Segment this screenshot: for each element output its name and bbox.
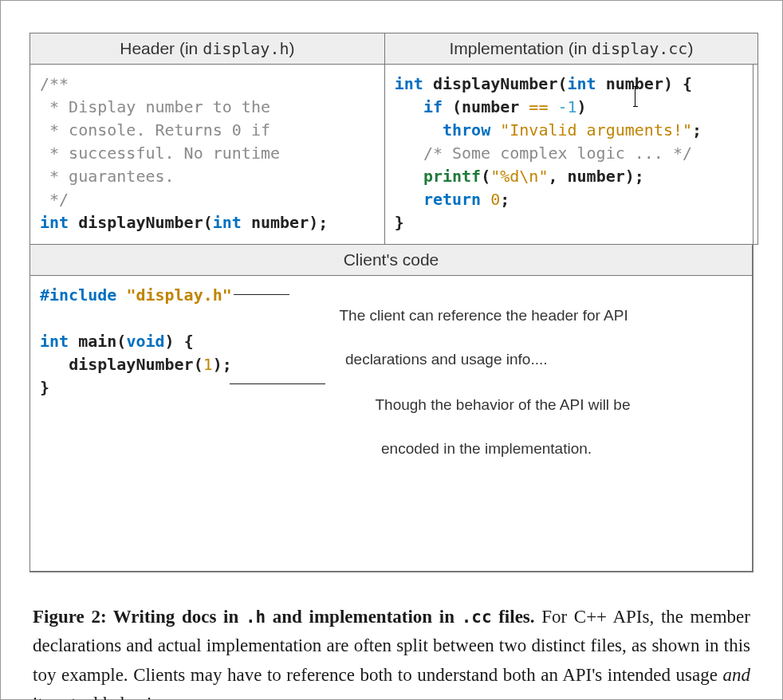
header-panel: Header (in display.h) /** * Display numb… (30, 33, 385, 245)
code-type: int (568, 74, 596, 93)
header-title-prefix: Header (in (120, 39, 203, 57)
note-text: encoded in the implementation. (333, 438, 631, 460)
code-punct: ); (625, 167, 644, 186)
code-punct: ); (213, 355, 232, 374)
header-title-file: display.h (203, 39, 289, 58)
code-punct: , (548, 167, 567, 186)
code-punct: ; (500, 190, 510, 209)
code-call: displayNumber (69, 355, 194, 374)
code-comment: /** (40, 74, 69, 93)
code-var: number (568, 167, 625, 186)
code-param: number (251, 213, 309, 232)
impl-code: int displayNumber(int number) { if (numb… (385, 65, 757, 244)
code-comment: * Display number to the (40, 97, 270, 116)
header-title-suffix: ) (289, 39, 295, 57)
caption-em: and (723, 665, 751, 685)
note-text: declarations and usage info.... (297, 348, 628, 371)
impl-panel-title: Implementation (in display.cc) (385, 33, 757, 65)
code-number: -1 (557, 97, 576, 116)
figure-caption: Figure 2: Writing docs in .h and impleme… (30, 603, 753, 700)
code-comment: */ (40, 190, 69, 209)
code-param: num (606, 74, 635, 93)
code-type: int (40, 213, 69, 232)
code-punct: ( (194, 355, 203, 374)
code-number: 1 (203, 355, 213, 374)
annotation-connector (234, 294, 289, 295)
code-type: void (126, 332, 164, 351)
client-code: #include "display.h" int main(void) { di… (30, 276, 752, 571)
code-string: "%d\n" (490, 167, 548, 186)
code-punct: ( (481, 167, 490, 186)
code-punct: ( (116, 332, 126, 351)
code-func-name: displayNumber (78, 213, 203, 232)
header-panel-title: Header (in display.h) (30, 33, 384, 65)
figure-container: Header (in display.h) /** * Display numb… (30, 33, 753, 572)
code-func-name: displayNumber (433, 74, 558, 93)
impl-title-file: display.cc (592, 39, 687, 58)
code-brace: } (40, 378, 49, 397)
note-text: Though the behavior of the API will be (375, 396, 630, 413)
header-code: /** * Display number to the * console. R… (30, 65, 384, 244)
code-string: "Invalid arguments!" (500, 120, 692, 140)
code-punct: ) { (165, 332, 194, 351)
page: Header (in display.h) /** * Display numb… (0, 0, 783, 700)
code-type: int (213, 213, 242, 232)
top-row: Header (in display.h) /** * Display numb… (30, 33, 753, 245)
impl-title-prefix: Implementation (in (449, 39, 592, 57)
code-punct: ( (557, 74, 567, 93)
code-punct: ); (309, 213, 328, 232)
impl-panel: Implementation (in display.cc) int displ… (384, 33, 758, 245)
code-keyword: if (423, 97, 443, 116)
code-comment: * console. Returns 0 if (40, 120, 270, 140)
code-comment: * successful. No runtime (40, 144, 280, 163)
caption-text: and implementation in (266, 607, 461, 627)
code-func-name: main (78, 332, 116, 351)
code-brace: } (395, 213, 404, 232)
code-include-file: "display.h" (126, 285, 231, 305)
caption-text: Figure 2: Writing docs in (33, 607, 246, 627)
caption-text: files. (492, 607, 535, 627)
code-type: int (40, 332, 69, 351)
code-var: number (462, 97, 519, 116)
code-punct: ; (692, 120, 702, 140)
caption-body: its actual behavior. (33, 694, 171, 700)
client-panel-title: Client's code (30, 245, 752, 276)
code-punct: ) (577, 97, 587, 116)
caption-mono: .cc (462, 608, 492, 627)
code-op: == (519, 97, 557, 116)
code-keyword: throw (443, 120, 490, 140)
code-type: int (395, 74, 423, 93)
code-comment: /* Some complex logic ... */ (423, 144, 692, 163)
annotation-note-2: Though the behavior of the API will be e… (333, 372, 631, 503)
code-keyword: return (423, 190, 481, 209)
code-comment: * guarantees. (40, 167, 175, 186)
impl-title-suffix: ) (687, 39, 693, 57)
note-text: The client can reference the header for … (339, 307, 628, 324)
client-panel: Client's code #include "display.h" int m… (30, 244, 753, 572)
code-punct: ( (203, 213, 213, 232)
code-include: #include (40, 285, 116, 305)
code-call: printf (423, 167, 481, 186)
code-punct: ) { (663, 74, 692, 93)
code-param: ber (635, 74, 663, 93)
code-number: 0 (490, 190, 500, 209)
caption-mono: .h (246, 608, 266, 627)
caption-lead: Figure 2: Writing docs in .h and impleme… (33, 607, 535, 627)
code-punct: ( (443, 97, 462, 116)
